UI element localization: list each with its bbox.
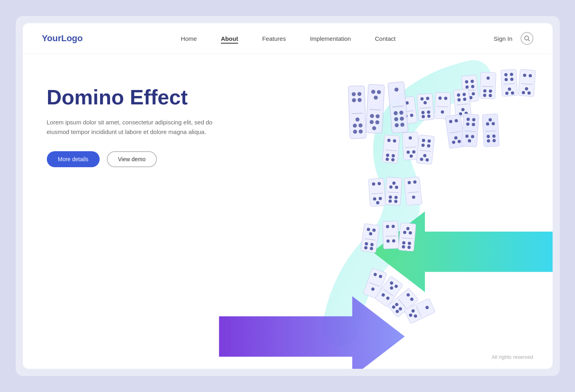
svg-rect-123 — [398, 223, 416, 252]
logo: YourLogo — [42, 33, 83, 44]
more-details-button[interactable]: More details — [47, 151, 100, 167]
svg-line-163 — [351, 113, 363, 114]
main-content: Domino Effect Lorem ipsum dolor sit amet… — [23, 54, 553, 369]
nav-features[interactable]: Features — [262, 35, 286, 42]
nav-right: Sign In — [494, 32, 533, 45]
sign-in-link[interactable]: Sign In — [494, 35, 513, 42]
svg-rect-55 — [453, 89, 471, 118]
svg-rect-117 — [383, 221, 399, 249]
nav-implementation[interactable]: Implementation — [310, 35, 351, 42]
svg-rect-94 — [385, 177, 402, 206]
path-background — [212, 54, 553, 369]
svg-rect-50 — [434, 92, 451, 119]
hero-section: Domino Effect Lorem ipsum dolor sit amet… — [47, 86, 215, 167]
svg-rect-158 — [348, 86, 366, 138]
hero-description: Lorem ipsum dolor sit amet, consectetur … — [47, 118, 215, 137]
svg-rect-103 — [404, 177, 422, 206]
svg-rect-78 — [416, 135, 435, 164]
hero-title: Domino Effect — [47, 86, 215, 109]
outer-frame: YourLogo Home About Features Implementat… — [16, 16, 560, 376]
svg-rect-13 — [479, 72, 496, 99]
footer-rights: All rights reserved — [491, 354, 533, 360]
svg-rect-29 — [518, 69, 535, 96]
nav-about[interactable]: About — [221, 35, 238, 42]
svg-rect-64 — [382, 135, 400, 164]
navbar: YourLogo Home About Features Implementat… — [23, 23, 553, 54]
nav-contact[interactable]: Contact — [375, 35, 396, 42]
hero-buttons: More details View demo — [47, 151, 215, 167]
search-button[interactable] — [521, 32, 533, 45]
svg-marker-2 — [219, 296, 405, 369]
nav-home[interactable]: Home — [181, 35, 197, 42]
svg-rect-20 — [501, 69, 517, 96]
view-demo-button[interactable]: View demo — [107, 151, 157, 167]
svg-rect-41 — [417, 93, 434, 120]
nav-links: Home About Features Implementation Conta… — [181, 35, 396, 42]
main-card: YourLogo Home About Features Implementat… — [23, 23, 553, 369]
svg-line-1 — [528, 40, 529, 41]
illustration — [212, 54, 553, 369]
